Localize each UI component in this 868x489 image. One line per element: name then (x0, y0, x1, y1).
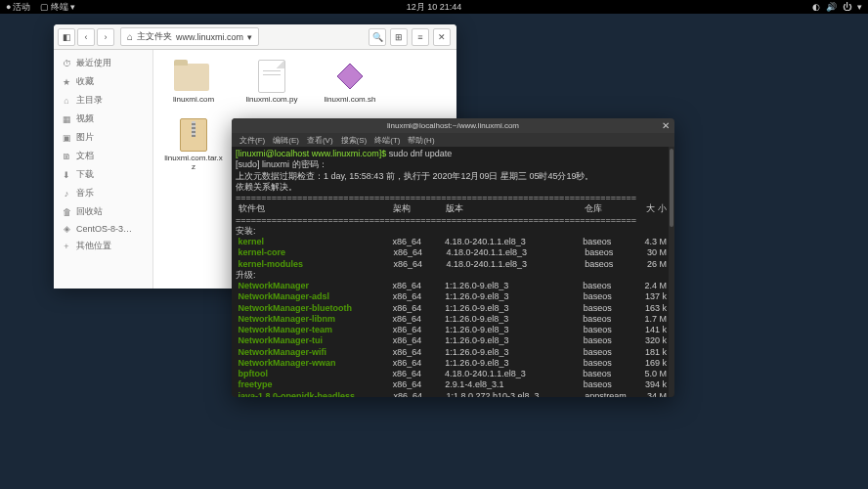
sidebar-item-9[interactable]: ◈CentOS-8-3… (54, 221, 152, 237)
fm-menu-button[interactable]: ◧ (58, 28, 75, 46)
archive-icon (180, 118, 207, 152)
fm-titlebar: ◧ ‹ › ⌂ 主文件夹 www.linuxmi.com ▾ 🔍 ⊞ ≡ ✕ (54, 24, 456, 50)
sidebar-icon: 🗑 (62, 207, 71, 217)
fm-sidebar: ⏱最近使用★收藏⌂主目录▦视频▣图片🗎文档⬇下载♪音乐🗑回收站◈CentOS-8… (54, 50, 153, 289)
sidebar-icon: ▦ (62, 114, 71, 124)
terminal-menu-item[interactable]: 帮助(H) (404, 135, 438, 146)
terminal-scrollbar[interactable] (669, 147, 674, 397)
sidebar-item-label: 音乐 (76, 187, 94, 200)
sidebar-item-4[interactable]: ▣图片 (54, 128, 152, 147)
file-item-0[interactable]: linuxmi.com (163, 60, 224, 105)
terminal-title: linuxmi@localhost:~/www.linuxmi.com (387, 121, 519, 130)
sidebar-item-label: 收藏 (76, 75, 94, 88)
terminal-menu-item[interactable]: 查看(V) (303, 135, 337, 146)
terminal-app-menu[interactable]: ▢ 终端 ▾ (40, 1, 75, 14)
gnome-topbar: ● 活动 ▢ 终端 ▾ 12月 10 21:44 ◐ 🔊 ⏻ ▾ (0, 0, 868, 14)
sidebar-item-label: CentOS-8-3… (76, 224, 132, 234)
svg-marker-0 (337, 64, 363, 89)
script-icon (335, 62, 365, 91)
sidebar-item-1[interactable]: ★收藏 (54, 72, 152, 91)
forward-button[interactable]: › (97, 28, 114, 46)
sidebar-item-8[interactable]: 🗑回收站 (54, 202, 152, 221)
path-chevron-icon: ▾ (247, 32, 252, 42)
sidebar-icon: ⬇ (62, 170, 71, 180)
terminal-window: linuxmi@localhost:~/www.linuxmi.com ✕ 文件… (232, 118, 674, 397)
file-icon (258, 60, 285, 93)
sidebar-item-0[interactable]: ⏱最近使用 (54, 54, 152, 72)
terminal-menu-item[interactable]: 终端(T) (370, 135, 404, 146)
sidebar-item-3[interactable]: ▦视频 (54, 110, 152, 128)
terminal-close-button[interactable]: ✕ (662, 120, 670, 131)
power-icon[interactable]: ⏻ (843, 2, 851, 12)
view-grid-button[interactable]: ⊞ (390, 28, 408, 46)
sidebar-icon: ♪ (62, 189, 71, 199)
view-menu-button[interactable]: ≡ (412, 28, 429, 46)
file-label: linuxmi.com.tar.xz (163, 155, 224, 172)
folder-icon (174, 64, 209, 91)
path-bar[interactable]: ⌂ 主文件夹 www.linuxmi.com ▾ (120, 27, 259, 46)
sidebar-item-label: 主目录 (76, 94, 103, 107)
system-menu-chevron-icon[interactable]: ▾ (857, 2, 862, 12)
file-item-1[interactable]: linuxmi.com.py (241, 60, 302, 105)
sidebar-icon: ◈ (62, 224, 71, 234)
sidebar-item-label: 图片 (76, 131, 94, 144)
sidebar-icon: 🗎 (62, 152, 71, 161)
network-icon[interactable]: ◐ (812, 2, 820, 12)
sidebar-icon: ▣ (62, 133, 71, 143)
terminal-body[interactable]: [linuxmi@localhost www.linuxmi.com]$ sud… (232, 147, 674, 397)
file-label: linuxmi.com.py (246, 96, 298, 105)
sidebar-item-label: 文档 (76, 150, 94, 162)
sidebar-icon: ⌂ (62, 96, 71, 106)
terminal-menu-item[interactable]: 编辑(E) (269, 135, 303, 146)
sidebar-item-label: 下载 (76, 168, 94, 181)
sidebar-item-10[interactable]: +其他位置 (54, 237, 152, 255)
path-loc[interactable]: www.linuxmi.com (176, 32, 243, 42)
sidebar-icon: + (62, 242, 71, 251)
sidebar-item-label: 回收站 (76, 205, 103, 218)
sidebar-item-2[interactable]: ⌂主目录 (54, 91, 152, 110)
file-item-2[interactable]: linuxmi.com.sh (320, 60, 380, 105)
sidebar-item-label: 最近使用 (76, 57, 111, 69)
search-button[interactable]: 🔍 (369, 28, 386, 46)
terminal-menu-item[interactable]: 文件(F) (236, 135, 269, 146)
clock[interactable]: 12月 10 21:44 (407, 1, 462, 14)
terminal-menubar: 文件(F)编辑(E)查看(V)搜索(S)终端(T)帮助(H) (232, 133, 674, 147)
terminal-menu-item[interactable]: 搜索(S) (337, 135, 371, 146)
sidebar-item-label: 其他位置 (76, 240, 111, 252)
sidebar-item-label: 视频 (76, 112, 94, 125)
file-item-3[interactable]: linuxmi.com.tar.xz (163, 118, 224, 172)
path-home[interactable]: 主文件夹 (137, 30, 172, 43)
sidebar-item-6[interactable]: ⬇下载 (54, 165, 152, 184)
sidebar-item-7[interactable]: ♪音乐 (54, 184, 152, 202)
sidebar-icon: ⏱ (62, 59, 71, 68)
terminal-titlebar[interactable]: linuxmi@localhost:~/www.linuxmi.com ✕ (232, 118, 674, 133)
activities-button[interactable]: ● 活动 (6, 1, 30, 14)
close-window-button[interactable]: ✕ (433, 28, 451, 46)
back-button[interactable]: ‹ (77, 28, 95, 46)
home-icon: ⌂ (127, 31, 133, 42)
sound-icon[interactable]: 🔊 (826, 2, 837, 12)
sidebar-item-5[interactable]: 🗎文档 (54, 147, 152, 165)
file-label: linuxmi.com (173, 96, 214, 105)
file-label: linuxmi.com.sh (325, 96, 376, 105)
sidebar-icon: ★ (62, 77, 71, 87)
